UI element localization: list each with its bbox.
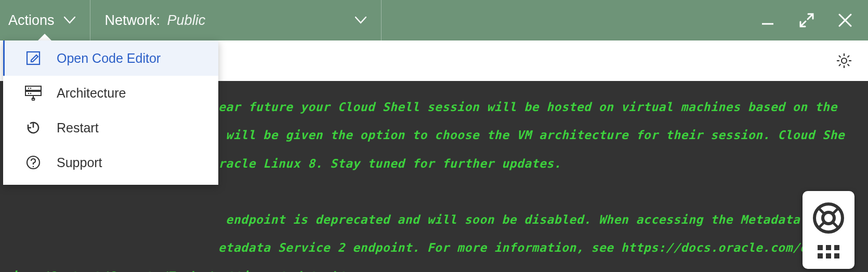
svg-rect-14 [25, 91, 41, 96]
svg-line-28 [818, 223, 824, 228]
terminal-line: will be given the option to choose the V… [218, 128, 845, 142]
svg-line-29 [833, 223, 839, 228]
menu-item-label: Open Code Editor [57, 51, 161, 66]
actions-dropdown-menu: Open Code Editor Architecture Restart [3, 40, 218, 185]
menu-item-support[interactable]: Support [3, 145, 218, 180]
menu-item-label: Architecture [57, 86, 126, 101]
chevron-down-icon [355, 17, 366, 24]
svg-line-10 [848, 56, 850, 58]
svg-point-19 [28, 93, 29, 94]
top-bar: Actions Network: Public [0, 0, 868, 40]
lifebuoy-icon [812, 202, 845, 236]
svg-line-8 [839, 56, 841, 58]
terminal-line: iaas/Content/Compute/Tasks/gettingmetada… [10, 269, 353, 272]
menu-item-label: Support [57, 155, 102, 170]
architecture-icon [24, 85, 42, 101]
minimize-icon[interactable] [760, 12, 775, 28]
svg-point-3 [841, 58, 847, 63]
svg-line-27 [833, 208, 839, 213]
terminal-line: ear future your Cloud Shell session will… [218, 100, 837, 114]
restart-icon [24, 119, 42, 136]
terminal-line: etadata Service 2 endpoint. For more inf… [218, 241, 815, 254]
svg-line-26 [818, 208, 824, 213]
chevron-down-icon [64, 17, 75, 24]
svg-point-20 [30, 93, 31, 94]
apps-grid-icon [818, 245, 839, 259]
edit-icon [24, 50, 42, 66]
svg-line-9 [848, 64, 850, 66]
actions-dropdown-button[interactable]: Actions [0, 0, 90, 40]
svg-point-18 [30, 88, 31, 89]
svg-rect-13 [25, 86, 41, 90]
gear-icon[interactable] [836, 52, 852, 69]
expand-icon[interactable] [798, 12, 815, 29]
svg-point-25 [823, 212, 834, 224]
network-dropdown-button[interactable]: Network: Public [90, 0, 382, 40]
close-icon[interactable] [838, 13, 852, 28]
menu-item-architecture[interactable]: Architecture [3, 76, 218, 110]
help-icon [24, 155, 42, 170]
menu-item-label: Restart [57, 120, 99, 135]
floating-help-widget[interactable] [803, 191, 854, 269]
menu-item-restart[interactable]: Restart [3, 110, 218, 145]
svg-point-23 [33, 166, 34, 168]
svg-point-17 [28, 88, 29, 89]
menu-item-open-code-editor[interactable]: Open Code Editor [3, 40, 218, 76]
svg-line-11 [839, 64, 841, 66]
terminal-line: endpoint is deprecated and will soon be … [218, 213, 845, 226]
network-label: Network: [105, 12, 161, 28]
network-value: Public [167, 12, 206, 28]
terminal-line: racle Linux 8. Stay tuned for further up… [218, 157, 561, 170]
actions-label: Actions [8, 12, 55, 29]
window-controls [760, 0, 868, 40]
